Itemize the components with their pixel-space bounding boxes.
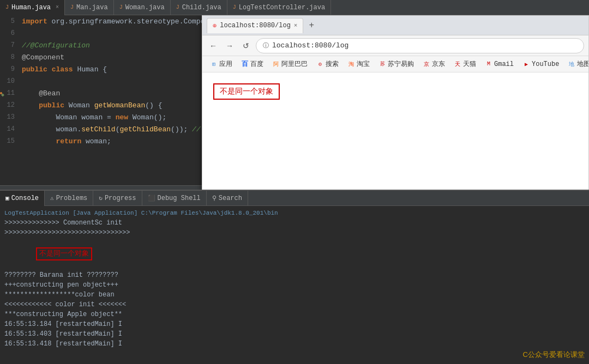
bookmark-label: 苏宁易购 <box>388 59 414 69</box>
bookmark-label: 百度 <box>250 59 263 69</box>
bookmark-suning[interactable]: 苏 苏宁易购 <box>375 58 417 70</box>
back-button[interactable]: ← <box>207 39 220 52</box>
refresh-button[interactable]: ↺ <box>239 39 253 52</box>
console-icon: ▣ <box>5 195 9 202</box>
java-icon: J <box>176 4 179 10</box>
search-icon: ⚲ <box>212 195 217 202</box>
tianmao-icon: 天 <box>454 60 461 68</box>
console-line-11: 16:55:13.418 [restartedMain] I <box>4 339 585 349</box>
browser-nav-bar: ← → ↺ ⓘ localhost:8080/log <box>202 35 588 56</box>
line-number: 10 <box>0 77 19 85</box>
lock-icon: ⓘ <box>263 41 269 50</box>
browser-tab-bar: ⊕ localhost:8080/log × + <box>202 16 588 35</box>
bookmark-youtube[interactable]: ▶ YouTube <box>519 59 562 69</box>
youtube-icon: ▶ <box>522 60 530 68</box>
bookmark-gmail[interactable]: M Gmail <box>482 59 517 69</box>
search-tab-label: Search <box>219 195 242 202</box>
console-line-5: +++constructing pen object+++ <box>4 280 585 290</box>
not-same-object-box: 不是同一个对象 <box>36 247 92 260</box>
suning-icon: 苏 <box>378 60 386 68</box>
search-tab[interactable]: ⚲ Search <box>207 191 248 206</box>
bookmark-label: 地图 <box>577 59 588 69</box>
line-number: 15 <box>0 137 19 145</box>
bottom-panel: ▣ Console ⚠ Problems ↻ Progress ⬛ Debug … <box>0 190 589 364</box>
browser-content: 不是同一个对象 <box>202 72 588 190</box>
browser-active-tab[interactable]: ⊕ localhost:8080/log × <box>207 18 303 33</box>
bookmark-alibaba[interactable]: 阿 阿里巴巴 <box>269 58 311 70</box>
ide-container: J Human.java × J Man.java J Woman.java J… <box>0 0 589 364</box>
java-icon: J <box>5 4 9 10</box>
bookmark-label: YouTube <box>532 60 559 68</box>
progress-tab[interactable]: ↻ Progress <box>93 191 142 206</box>
line-number: 14 <box>0 125 19 133</box>
tab-label: Human.java <box>11 4 51 11</box>
bookmark-tianmao[interactable]: 天 天猫 <box>450 58 479 70</box>
java-icon: J <box>119 4 123 10</box>
console-output: LogTestApplication [Java Application] C:… <box>0 206 589 364</box>
bookmarks-bar: ⊞ 应用 百 百度 阿 阿里巴巴 ⊙ 搜索 淘 淘宝 <box>202 56 588 72</box>
problems-tab[interactable]: ⚠ Problems <box>45 191 93 206</box>
new-tab-button[interactable]: + <box>306 21 316 31</box>
progress-icon: ↻ <box>99 195 103 202</box>
bookmark-label: 京东 <box>432 59 445 69</box>
baidu-icon: 百 <box>241 60 249 68</box>
tab-bar: J Human.java × J Man.java J Woman.java J… <box>0 0 589 15</box>
bookmark-map[interactable]: 地 地图 <box>564 58 588 70</box>
console-not-same-object: 不是同一个对象 <box>4 238 585 270</box>
bookmark-label: Gmail <box>494 60 514 68</box>
bookmark-apps[interactable]: ⊞ 应用 <box>207 58 236 70</box>
map-icon: 地 <box>568 60 575 68</box>
browser-window: ⊕ localhost:8080/log × + ← → ↺ ⓘ localho… <box>202 15 589 190</box>
line-number: 11◆ <box>0 89 19 97</box>
taobao-icon: 淘 <box>347 60 355 68</box>
bookmark-search[interactable]: ⊙ 搜索 <box>313 58 342 70</box>
debug-tab[interactable]: ⬛ Debug Shell <box>142 191 207 206</box>
tab-label: Man.java <box>76 4 108 11</box>
bookmark-label: 搜索 <box>326 59 339 69</box>
line-number: 6 <box>0 29 19 37</box>
search-icon: ⊙ <box>316 60 324 68</box>
console-line-6: ******************color bean <box>4 290 585 300</box>
bookmark-label: 淘宝 <box>357 59 370 69</box>
console-tab[interactable]: ▣ Console <box>0 191 45 206</box>
apps-icon: ⊞ <box>210 60 218 68</box>
problems-icon: ⚠ <box>50 195 54 202</box>
browser-tab-favicon: ⊕ <box>213 22 217 30</box>
browser-not-same-object: 不是同一个对象 <box>213 83 280 100</box>
watermark: C公众号爱看论课堂 <box>523 350 585 360</box>
bookmark-baidu[interactable]: 百 百度 <box>238 58 267 70</box>
forward-button[interactable]: → <box>223 39 236 52</box>
line-number: 5 <box>0 17 19 25</box>
bookmark-taobao[interactable]: 淘 淘宝 <box>344 58 373 70</box>
browser-tab-close-icon[interactable]: × <box>294 22 298 29</box>
line-number: 9 <box>0 65 19 73</box>
address-bar[interactable]: ⓘ localhost:8080/log <box>256 38 584 53</box>
gmail-icon: M <box>485 60 492 68</box>
debug-icon: ⬛ <box>148 195 155 202</box>
tab-logtest-java[interactable]: J LogTestController.java <box>227 0 331 15</box>
alibaba-icon: 阿 <box>272 60 280 68</box>
bookmark-label: 应用 <box>219 59 232 69</box>
tab-woman-java[interactable]: J Woman.java <box>114 0 171 15</box>
console-line-7: <<<<<<<<<<<< color init <<<<<<< <box>4 300 585 310</box>
jd-icon: 京 <box>423 60 430 68</box>
tab-human-java[interactable]: J Human.java × <box>0 0 65 15</box>
line-number: 8 <box>0 53 19 61</box>
console-tab-label: Console <box>11 195 39 202</box>
tab-child-java[interactable]: J Child.java <box>171 0 227 15</box>
tab-label: Child.java <box>182 4 221 11</box>
console-line-1: >>>>>>>>>>>>>> ComonentSc init <box>4 218 585 228</box>
console-line-8: ***constructing Apple object** <box>4 310 585 319</box>
console-line-10: 16:55:13.403 [restartedMain] I <box>4 329 585 339</box>
console-line-4: ???????? Barana init ???????? <box>4 270 585 280</box>
tab-label: Woman.java <box>125 4 165 11</box>
console-line-2: >>>>>>>>>>>>>>>>>>>>>>>>>>>>>>>> <box>4 228 585 238</box>
panel-tab-bar: ▣ Console ⚠ Problems ↻ Progress ⬛ Debug … <box>0 191 589 206</box>
tab-man-java[interactable]: J Man.java <box>65 0 114 15</box>
progress-tab-label: Progress <box>105 195 136 202</box>
tab-close-icon[interactable]: × <box>56 4 59 10</box>
editor-area: 5 import org.springframework.stereotype.… <box>0 15 589 190</box>
bookmark-jd[interactable]: 京 京东 <box>419 58 448 70</box>
java-icon: J <box>233 4 236 10</box>
bookmark-label: 阿里巴巴 <box>281 59 308 69</box>
